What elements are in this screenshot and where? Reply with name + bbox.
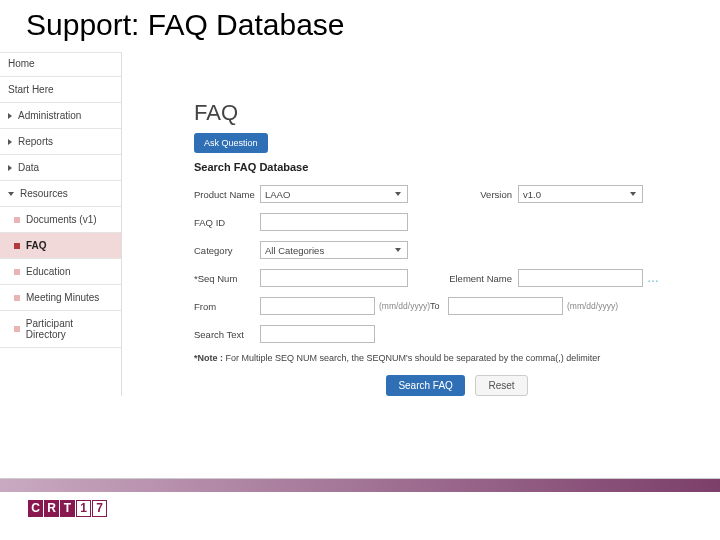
- version-select[interactable]: v1.0: [518, 185, 643, 203]
- sidebar-label: Reports: [18, 136, 53, 147]
- from-date-input[interactable]: [260, 297, 375, 315]
- footer-gradient: [0, 478, 720, 492]
- label-faq-id: FAQ ID: [194, 217, 260, 228]
- chevron-down-icon: [393, 189, 403, 199]
- logo-char: C: [28, 500, 43, 517]
- sidebar-sub-faq[interactable]: FAQ: [0, 233, 121, 259]
- search-text-input[interactable]: [260, 325, 375, 343]
- element-name-input[interactable]: [518, 269, 643, 287]
- sidebar: Home Start Here Administration Reports D…: [0, 52, 122, 396]
- chevron-down-icon: [8, 192, 14, 196]
- date-hint: (mm/dd/yyyy): [563, 301, 618, 311]
- seq-num-note: *Note : For Multiple SEQ NUM search, the…: [194, 353, 720, 363]
- category-select[interactable]: All Categories: [260, 241, 408, 259]
- label-search-text: Search Text: [194, 329, 260, 340]
- sidebar-label: Education: [26, 266, 70, 277]
- element-lookup-button[interactable]: …: [643, 271, 660, 285]
- select-value: LAAO: [265, 189, 290, 200]
- label-to: To: [430, 301, 448, 311]
- faq-heading: FAQ: [194, 100, 720, 126]
- bullet-icon: [14, 243, 20, 249]
- label-product-name: Product Name: [194, 189, 260, 200]
- logo-char: 1: [76, 500, 91, 517]
- sidebar-label: Resources: [20, 188, 68, 199]
- sidebar-item-start-here[interactable]: Start Here: [0, 77, 121, 103]
- date-hint: (mm/dd/yyyy): [375, 301, 430, 311]
- chevron-down-icon: [393, 245, 403, 255]
- search-faq-button[interactable]: Search FAQ: [386, 375, 464, 396]
- select-value: All Categories: [265, 245, 324, 256]
- chevron-right-icon: [8, 165, 12, 171]
- sidebar-label: FAQ: [26, 240, 47, 251]
- main-content: FAQ Ask Question Search FAQ Database Pro…: [122, 52, 720, 396]
- product-name-select[interactable]: LAAO: [260, 185, 408, 203]
- sidebar-label: Participant Directory: [26, 318, 113, 340]
- sidebar-label: Administration: [18, 110, 81, 121]
- footer: C R T 1 7: [0, 478, 720, 524]
- bullet-icon: [14, 269, 20, 275]
- crt17-logo: C R T 1 7: [28, 500, 107, 517]
- to-date-input[interactable]: [448, 297, 563, 315]
- label-from: From: [194, 301, 260, 312]
- bullet-icon: [14, 217, 20, 223]
- sidebar-item-home[interactable]: Home: [0, 52, 121, 77]
- sidebar-item-resources[interactable]: Resources: [0, 181, 121, 207]
- chevron-right-icon: [8, 139, 12, 145]
- bullet-icon: [14, 295, 20, 301]
- sidebar-label: Home: [8, 58, 35, 69]
- label-version: Version: [408, 189, 518, 200]
- label-element-name: Element Name: [408, 273, 518, 284]
- sidebar-label: Start Here: [8, 84, 54, 95]
- select-value: v1.0: [523, 189, 541, 200]
- seq-num-input[interactable]: [260, 269, 408, 287]
- chevron-right-icon: [8, 113, 12, 119]
- faq-id-input[interactable]: [260, 213, 408, 231]
- search-heading: Search FAQ Database: [194, 161, 720, 173]
- search-form: Product Name LAAO Version v1.0 FAQ ID Ca…: [194, 185, 720, 396]
- logo-char: 7: [92, 500, 107, 517]
- sidebar-label: Data: [18, 162, 39, 173]
- label-seq-num: *Seq Num: [194, 273, 260, 284]
- ask-question-button[interactable]: Ask Question: [194, 133, 268, 153]
- sidebar-label: Documents (v1): [26, 214, 97, 225]
- logo-char: T: [60, 500, 75, 517]
- sidebar-item-reports[interactable]: Reports: [0, 129, 121, 155]
- chevron-down-icon: [628, 189, 638, 199]
- label-category: Category: [194, 245, 260, 256]
- sidebar-sub-education[interactable]: Education: [0, 259, 121, 285]
- sidebar-sub-meeting-minutes[interactable]: Meeting Minutes: [0, 285, 121, 311]
- sidebar-sub-participant-directory[interactable]: Participant Directory: [0, 311, 121, 348]
- logo-char: R: [44, 500, 59, 517]
- sidebar-item-administration[interactable]: Administration: [0, 103, 121, 129]
- sidebar-sub-documents[interactable]: Documents (v1): [0, 207, 121, 233]
- page-title: Support: FAQ Database: [0, 0, 720, 52]
- bullet-icon: [14, 326, 20, 332]
- sidebar-item-data[interactable]: Data: [0, 155, 121, 181]
- reset-button[interactable]: Reset: [475, 375, 527, 396]
- sidebar-label: Meeting Minutes: [26, 292, 99, 303]
